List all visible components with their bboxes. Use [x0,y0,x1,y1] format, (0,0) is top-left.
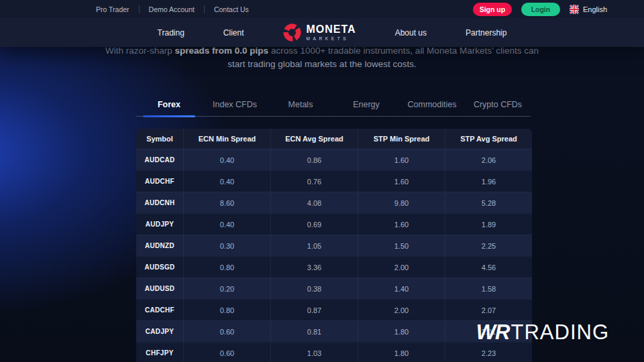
spread-value-cell: 4.56 [445,257,532,278]
spread-value-cell: 0.76 [270,171,358,192]
hero-line-2: start trading global markets at the lowe… [0,58,644,71]
table-row: AUDCHF0.400.761.601.96 [136,170,532,192]
instrument-tabs: ForexIndex CFDsMetalsEnergyCommoditiesCr… [136,97,531,117]
hero-text: With razor-sharp spreads from 0.0 pips a… [0,44,644,71]
spread-value-cell: 0.40 [183,171,270,192]
divider [204,5,205,13]
symbol-cell: AUDUSD [136,278,183,299]
spreads-table: SymbolECN Min SpreadECN Avg SpreadSTP Mi… [136,129,532,362]
spread-value-cell: 1.50 [358,235,445,256]
table-row: CHFJPY0.601.031.802.23 [136,342,532,362]
moneta-ring-icon [283,23,301,42]
symbol-cell: CHFJPY [136,343,183,362]
spread-value-cell: 1.80 [358,321,445,342]
symbol-cell: AUDNZD [136,235,183,256]
symbol-cell: AUDCAD [136,149,183,170]
spread-value-cell: 0.40 [183,214,270,235]
topbar-actions: Sign up Login English [473,3,607,16]
moneta-logo[interactable]: MONETA MARKETS [283,23,356,42]
spread-value-cell: 2.00 [358,257,445,278]
wr-trading-watermark: WR TRADING [476,320,609,345]
spread-value-cell: 2.00 [358,300,445,320]
spread-value-cell: 0.40 [183,149,270,170]
spread-value-cell: 1.60 [358,149,445,170]
table-row: AUDUSD0.200.381.401.58 [136,278,532,299]
logo-text: MONETA MARKETS [307,24,356,42]
language-label: English [583,5,607,13]
table-row: AUDCNH8.604.089.805.28 [136,192,532,213]
site-header: Pro Trader Demo Account Contact Us Sign … [0,0,644,47]
nav-item-about-us[interactable]: About us [395,28,427,38]
table-row: AUDNZD0.301.051.502.25 [136,235,532,256]
column-header: ECN Avg Spread [270,129,358,149]
signup-button[interactable]: Sign up [473,3,512,16]
spread-value-cell: 0.30 [183,235,270,256]
spread-value-cell: 1.80 [358,343,445,362]
symbol-cell: AUDCNH [136,192,183,213]
spread-value-cell: 1.96 [445,171,532,192]
column-header: STP Avg Spread [445,129,532,149]
hero-line1-post: across 1000+ tradable instruments, all M… [268,46,539,56]
symbol-cell: CADJPY [136,321,183,342]
top-utility-bar: Pro Trader Demo Account Contact Us Sign … [0,0,644,18]
table-row: AUDCAD0.400.861.602.06 [136,149,532,170]
spread-value-cell: 0.38 [270,278,358,299]
symbol-cell: AUDJPY [136,214,183,235]
link-pro-trader[interactable]: Pro Trader [96,5,129,13]
language-selector[interactable]: English [570,5,607,14]
table-row: AUDSGD0.803.362.004.56 [136,256,532,278]
symbol-cell: CADCHF [136,300,183,320]
spread-value-cell: 0.87 [270,300,358,320]
spread-value-cell: 1.40 [358,278,445,299]
symbol-cell: AUDSGD [136,257,183,278]
spread-value-cell: 0.60 [183,321,270,342]
symbol-cell: AUDCHF [136,171,183,192]
column-header: STP Min Spread [358,129,445,149]
link-contact-us[interactable]: Contact Us [214,5,249,13]
logo-subtitle: MARKETS [307,37,356,42]
spread-value-cell: 0.81 [270,321,358,342]
nav-item-client[interactable]: Client [223,28,244,38]
spread-value-cell: 0.86 [270,149,358,170]
table-row: AUDJPY0.400.691.601.89 [136,213,532,235]
main-navbar: Trading Client MONETA MARKETS About us P… [0,18,644,47]
logo-name: MONETA [307,24,356,35]
tab-energy[interactable]: Energy [333,97,399,117]
tab-index-cfds[interactable]: Index CFDs [202,97,268,117]
nav-item-partnership[interactable]: Partnership [466,28,506,38]
uk-flag-icon [570,5,579,14]
spread-value-cell: 2.23 [445,343,532,362]
tab-crypto-cfds[interactable]: Crypto CFDs [465,97,531,117]
hero-line1-bold: spreads from 0.0 pips [175,46,269,56]
spread-value-cell: 8.60 [183,192,270,213]
spread-value-cell: 9.80 [358,192,445,213]
spread-value-cell: 0.69 [270,214,358,235]
topbar-links: Pro Trader Demo Account Contact Us [96,5,249,13]
spread-value-cell: 4.08 [270,192,358,213]
tab-commodities[interactable]: Commodities [399,97,465,117]
spread-value-cell: 3.36 [270,257,358,278]
spread-value-cell: 1.03 [270,343,358,362]
spread-value-cell: 0.20 [183,278,270,299]
table-body: AUDCAD0.400.861.602.06AUDCHF0.400.761.60… [136,149,532,362]
spread-value-cell: 1.05 [270,235,358,256]
spread-value-cell: 0.60 [183,343,270,362]
tab-forex[interactable]: Forex [136,97,202,117]
table-header-row: SymbolECN Min SpreadECN Avg SpreadSTP Mi… [136,129,532,149]
column-header: Symbol [136,129,183,149]
spread-value-cell: 2.25 [445,235,532,256]
login-button[interactable]: Login [521,3,560,16]
spread-value-cell: 1.58 [445,278,532,299]
watermark-trading: TRADING [511,320,610,345]
tab-metals[interactable]: Metals [268,97,333,117]
divider [139,5,140,13]
watermark-wr: WR [476,320,510,345]
spread-value-cell: 1.89 [445,214,532,235]
table-row: CADJPY0.600.811.802.01 [136,320,532,342]
spread-value-cell: 0.80 [183,257,270,278]
nav-item-trading[interactable]: Trading [158,28,184,38]
link-demo-account[interactable]: Demo Account [149,5,195,13]
spread-value-cell: 1.60 [358,214,445,235]
table-row: CADCHF0.800.872.002.07 [136,299,532,320]
column-header: ECN Min Spread [183,129,270,149]
